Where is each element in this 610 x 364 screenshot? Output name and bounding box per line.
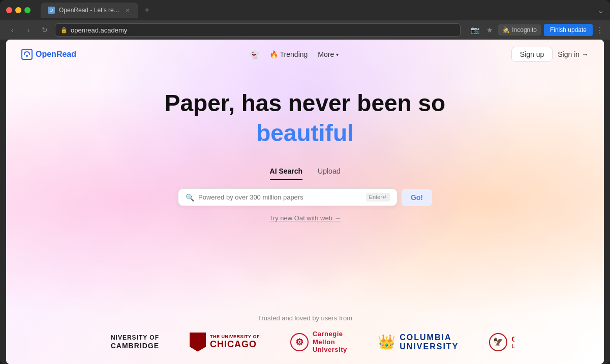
tab-title: OpenRead - Let's reshape re... xyxy=(59,7,120,14)
incognito-label: Incognito xyxy=(512,26,537,34)
incognito-badge: 🕵 Incognito xyxy=(498,24,541,36)
title-bar: O OpenRead - Let's reshape re... ✕ + ⌄ xyxy=(0,0,610,20)
bookmark-button[interactable]: ★ xyxy=(484,24,495,36)
columbia-logo: 👑 COLUMBIA UNIVERSITY xyxy=(362,333,474,351)
new-tab-button[interactable]: + xyxy=(141,5,153,16)
reload-button[interactable]: ↻ xyxy=(39,24,51,36)
auth-buttons: Sign up Sign in → xyxy=(511,47,589,62)
back-button[interactable]: ‹ xyxy=(6,24,18,36)
more-label: More xyxy=(318,50,334,58)
address-bar[interactable]: 🔒 openread.academy xyxy=(55,23,461,37)
search-bar-container: 🔍 Enter↵ Go! xyxy=(178,188,432,206)
browser-menu-button[interactable]: ⋮ xyxy=(596,25,604,35)
tab-upload[interactable]: Upload xyxy=(318,167,340,180)
nav-actions: 📷 ★ 🕵 Incognito Finish update ⋮ xyxy=(469,24,604,36)
lock-icon: 🔒 xyxy=(60,27,68,34)
trending-nav-item[interactable]: 🔥 Trending xyxy=(269,50,308,58)
webpage-container: OpenRead 👻 🔥 Trending More ▾ Sign up Sig… xyxy=(6,40,604,364)
chicago-logo: THE UNIVERSITY OF CHICAGO xyxy=(174,333,275,352)
go-button[interactable]: Go! xyxy=(402,189,432,206)
forward-button[interactable]: › xyxy=(22,24,35,36)
url-text: openread.academy xyxy=(71,26,127,34)
ghost-icon: 👻 xyxy=(249,50,259,59)
search-input[interactable] xyxy=(198,193,362,201)
hero-title: Paper, has never been so beautiful xyxy=(16,89,594,147)
tab-ai-search[interactable]: AI Search xyxy=(270,167,303,180)
traffic-lights xyxy=(6,7,30,13)
screenshot-icon[interactable]: 📷 xyxy=(469,24,481,36)
logo-icon xyxy=(21,49,33,60)
more-nav-item[interactable]: More ▾ xyxy=(318,50,339,58)
cornell-logo: 🦅 Corn Unive xyxy=(474,333,514,351)
search-tabs: AI Search Upload xyxy=(16,167,594,180)
close-window-button[interactable] xyxy=(6,7,12,13)
svg-point-0 xyxy=(26,55,28,57)
signup-button[interactable]: Sign up xyxy=(511,47,553,62)
hero-title-line1: Paper, has never been so xyxy=(16,89,594,117)
finish-update-button[interactable]: Finish update xyxy=(544,24,593,36)
tab-bar: O OpenRead - Let's reshape re... ✕ + xyxy=(41,3,593,18)
search-input-wrapper: 🔍 Enter↵ xyxy=(178,188,398,206)
incognito-icon: 🕵 xyxy=(502,26,510,34)
hero-section: Paper, has never been so beautiful xyxy=(6,69,604,157)
hero-title-line2: beautiful xyxy=(16,119,594,147)
universities-row: NIVERSITY OF CAMBRIDGE THE UNIVERSITY OF… xyxy=(6,330,604,354)
cambridge-logo: NIVERSITY OF CAMBRIDGE xyxy=(96,334,174,349)
logo-text: OpenRead xyxy=(36,50,76,59)
browser-nav-bar: ‹ › ↻ 🔒 openread.academy 📷 ★ 🕵 Incognito… xyxy=(0,20,610,40)
nav-links: 👻 🔥 Trending More ▾ xyxy=(249,50,339,59)
signin-button[interactable]: Sign in → xyxy=(558,50,589,58)
trending-label: Trending xyxy=(280,50,308,58)
tab-favicon: O xyxy=(48,7,55,14)
oat-link[interactable]: Try new Oat with web → xyxy=(16,214,594,222)
collapse-button[interactable]: ⌄ xyxy=(597,6,604,15)
browser-window: O OpenRead - Let's reshape re... ✕ + ⌄ ‹… xyxy=(0,0,610,364)
trending-fire-icon: 🔥 xyxy=(269,50,278,58)
tab-close-button[interactable]: ✕ xyxy=(124,7,131,14)
minimize-window-button[interactable] xyxy=(15,7,21,13)
carnegie-mellon-logo: ⚙ Carnegie Mellon University xyxy=(275,330,362,354)
enter-hint: Enter↵ xyxy=(366,193,390,202)
search-section: AI Search Upload 🔍 Enter↵ Go! Try new Oa… xyxy=(6,157,604,227)
site-navigation: OpenRead 👻 🔥 Trending More ▾ Sign up Sig… xyxy=(6,40,604,69)
universities-label: Trusted and loved by users from xyxy=(6,314,604,322)
browser-tab-active[interactable]: O OpenRead - Let's reshape re... ✕ xyxy=(41,3,138,18)
universities-section: Trusted and loved by users from NIVERSIT… xyxy=(6,304,604,364)
chevron-down-icon: ▾ xyxy=(336,52,339,57)
site-logo[interactable]: OpenRead xyxy=(21,49,76,60)
search-icon: 🔍 xyxy=(186,193,194,202)
maximize-window-button[interactable] xyxy=(24,7,30,13)
